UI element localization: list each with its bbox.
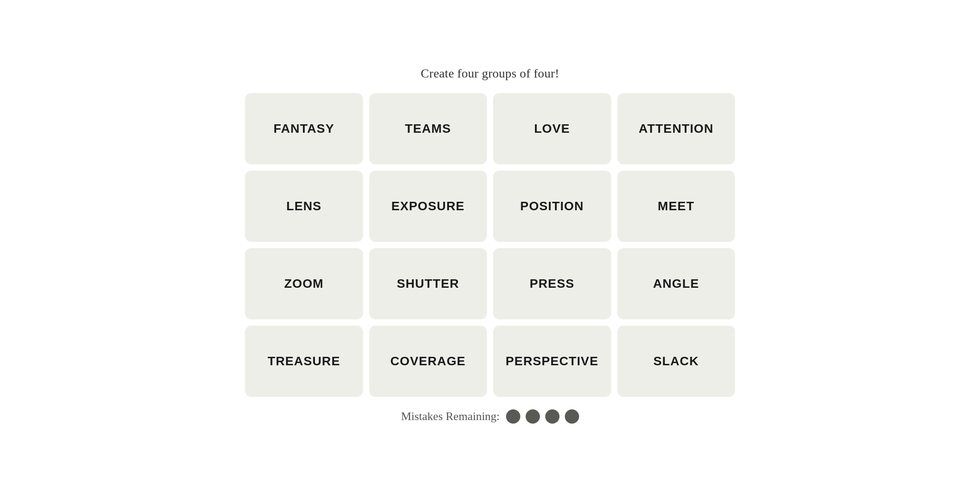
mistake-dot-3 [545,409,559,424]
card-label-coverage: COVERAGE [390,354,466,368]
card-teams[interactable]: TEAMS [369,93,487,164]
mistakes-label: Mistakes Remaining: [401,410,500,423]
card-label-meet: MEET [658,199,694,213]
card-angle[interactable]: ANGLE [617,248,735,319]
card-slack[interactable]: SLACK [617,326,735,397]
card-label-fantasy: FANTASY [274,122,334,136]
card-position[interactable]: POSITION [493,171,611,242]
card-exposure[interactable]: EXPOSURE [369,171,487,242]
mistake-dot-1 [506,409,520,424]
mistake-dot-4 [565,409,579,424]
dots-container [506,409,579,424]
card-meet[interactable]: MEET [617,171,735,242]
card-perspective[interactable]: PERSPECTIVE [493,326,611,397]
mistake-dot-2 [526,409,540,424]
card-press[interactable]: PRESS [493,248,611,319]
card-label-position: POSITION [520,199,584,213]
card-label-press: PRESS [530,277,575,291]
card-label-shutter: SHUTTER [397,277,459,291]
subtitle: Create four groups of four! [421,66,559,81]
card-label-love: LOVE [534,122,570,136]
card-coverage[interactable]: COVERAGE [369,326,487,397]
card-label-perspective: PERSPECTIVE [506,354,598,368]
mistakes-row: Mistakes Remaining: [401,409,579,424]
card-zoom[interactable]: ZOOM [245,248,363,319]
card-lens[interactable]: LENS [245,171,363,242]
card-label-treasure: TREASURE [268,354,340,368]
card-love[interactable]: LOVE [493,93,611,164]
card-label-lens: LENS [286,199,322,213]
card-label-angle: ANGLE [653,277,699,291]
card-label-teams: TEAMS [405,122,451,136]
card-label-attention: ATTENTION [639,122,714,136]
card-shutter[interactable]: SHUTTER [369,248,487,319]
card-fantasy[interactable]: FANTASY [245,93,363,164]
card-label-slack: SLACK [653,354,699,368]
game-container: Create four groups of four! FANTASYTEAMS… [245,66,735,424]
card-label-zoom: ZOOM [284,277,323,291]
card-grid: FANTASYTEAMSLOVEATTENTIONLENSEXPOSUREPOS… [245,93,735,397]
card-label-exposure: EXPOSURE [391,199,465,213]
card-treasure[interactable]: TREASURE [245,326,363,397]
card-attention[interactable]: ATTENTION [617,93,735,164]
